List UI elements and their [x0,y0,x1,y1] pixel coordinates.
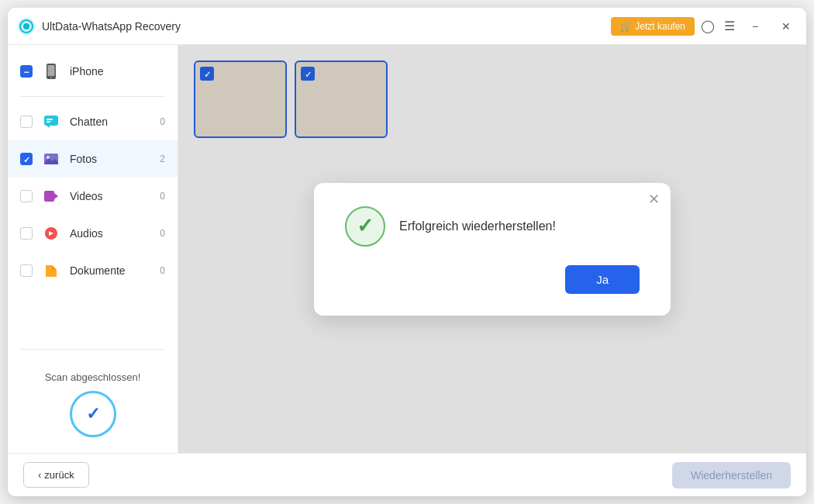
fotos-count: 2 [160,154,165,164]
audios-icon [40,223,62,244]
menu-icon[interactable]: ☰ [724,20,735,33]
svg-point-5 [50,77,52,78]
videos-label: Videos [70,190,152,202]
sidebar-item-chatten[interactable]: Chatten 0 [8,103,178,140]
videos-count: 0 [160,191,165,202]
svg-rect-13 [44,191,54,202]
content-area: ✕ Erfolgreich wiederherstellen! Ja [178,45,806,453]
scan-circle [70,391,116,437]
svg-marker-14 [54,193,58,199]
dokumente-checkbox[interactable] [20,264,33,277]
footer-bar: ‹ zurück Wiederherstellen [8,453,806,496]
success-check-icon [357,214,374,238]
sidebar: iPhone Chatten 0 [8,45,178,453]
back-arrow-icon: ‹ [38,469,41,481]
sidebar-item-videos[interactable]: Videos 0 [8,178,178,215]
audios-checkbox[interactable] [20,227,33,240]
svg-rect-9 [47,121,50,123]
audios-count: 0 [160,228,165,239]
close-button[interactable]: ✕ [775,16,797,37]
sidebar-item-dokumente[interactable]: Dokumente 0 [8,252,178,289]
fotos-checkbox[interactable] [20,153,33,165]
success-icon [345,206,385,247]
user-icon[interactable]: ◯ [701,20,715,33]
iphone-checkbox[interactable] [20,65,33,78]
modal-message: Erfolgreich wiederherstellen! [399,219,556,233]
svg-rect-6 [44,116,58,126]
modal-footer: Ja [345,265,640,294]
dokumente-icon [40,260,62,281]
scan-complete-label: Scan abgeschlossen! [45,371,141,383]
restore-button: Wiederherstellen [672,462,791,488]
modal-body: Erfolgreich wiederherstellen! [345,206,640,247]
iphone-icon [40,60,62,82]
iphone-label: iPhone [70,65,165,78]
svg-marker-7 [47,126,50,128]
fotos-icon [40,148,62,170]
dokumente-label: Dokumente [70,264,152,277]
back-button[interactable]: ‹ zurück [23,462,89,488]
success-modal: ✕ Erfolgreich wiederherstellen! Ja [314,183,671,316]
sidebar-items: iPhone Chatten 0 [8,45,178,343]
cart-icon: 🛒 [620,21,632,32]
minus-icon [23,64,29,78]
scan-check-icon [86,404,100,424]
sidebar-item-audios[interactable]: Audios 0 [8,215,178,252]
sidebar-item-iphone[interactable]: iPhone [8,53,178,90]
minimize-button[interactable]: − [744,16,766,37]
chatten-icon [40,111,62,133]
videos-icon [40,185,62,207]
chatten-label: Chatten [70,116,152,128]
sidebar-item-fotos[interactable]: Fotos 2 [8,140,178,178]
videos-checkbox[interactable] [20,190,33,202]
dokumente-count: 0 [160,265,165,276]
modal-ok-button[interactable]: Ja [565,265,640,294]
main-content: iPhone Chatten 0 [8,45,806,453]
modal-close-button[interactable]: ✕ [648,192,660,206]
chatten-checkbox[interactable] [20,116,33,128]
app-window: UltData-WhatsApp Recovery 🛒 Jetzt kaufen… [8,8,806,496]
sidebar-bottom: Scan abgeschlossen! [8,356,178,453]
audios-label: Audios [70,227,152,240]
svg-point-2 [23,23,29,29]
svg-rect-4 [48,65,55,76]
bottom-divider [20,349,165,350]
buy-button[interactable]: 🛒 Jetzt kaufen [611,17,695,36]
check-icon [23,152,30,166]
window-controls: ◯ ☰ − ✕ [701,16,797,37]
svg-rect-8 [47,119,53,120]
titlebar: UltData-WhatsApp Recovery 🛒 Jetzt kaufen… [8,8,806,45]
app-title: UltData-WhatsApp Recovery [42,20,611,33]
fotos-label: Fotos [70,153,152,165]
app-logo [17,17,36,36]
modal-overlay: ✕ Erfolgreich wiederherstellen! Ja [178,45,806,453]
sidebar-divider [20,96,165,97]
chatten-count: 0 [160,116,165,127]
